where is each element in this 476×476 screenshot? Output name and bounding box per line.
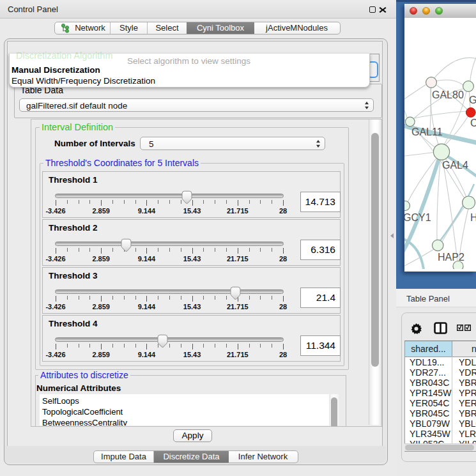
svg-text:GAL4: GAL4 [442,160,468,171]
svg-text:GAL80: GAL80 [432,89,464,100]
svg-text:GAL11: GAL11 [411,127,443,137]
svg-text:HAP2: HAP2 [438,252,464,263]
svg-text:H: H [470,212,476,223]
svg-text:GCY1: GCY1 [404,212,431,223]
svg-text:G.: G. [469,95,476,105]
svg-text:C: C [470,118,476,128]
